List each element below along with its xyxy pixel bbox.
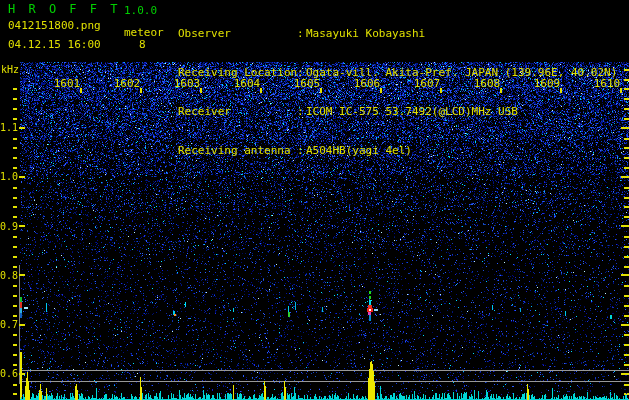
freq-tick-label: 0.6 <box>0 367 18 380</box>
time-tick-label: 1608 <box>472 77 502 90</box>
output-filename: 0412151800.png <box>8 19 101 32</box>
app-version: 1.0.0 <box>124 4 157 17</box>
info-label: Receiving antenna <box>178 144 297 157</box>
info-value: A504HB(yagi 4el) <box>306 144 412 157</box>
info-label: Receiver <box>178 105 297 118</box>
time-tick-label: 1607 <box>412 77 442 90</box>
freq-tick-label: 0.9 <box>0 220 18 233</box>
time-tick-label: 1602 <box>112 77 142 90</box>
hrofft-spectrogram-screen: H R O F F T 1.0.0 0412151800.png meteor … <box>0 0 629 400</box>
echo-count: 8 <box>139 38 146 51</box>
time-tick-label: 1609 <box>532 77 562 90</box>
freq-tick-label: 1.0 <box>0 170 18 183</box>
info-label: Observer <box>178 27 297 40</box>
info-colon: : <box>297 144 306 157</box>
freq-tick-label: 0.7 <box>0 318 18 331</box>
info-value: Masayuki Kobayashi <box>306 27 425 40</box>
info-row-observer: Observer:Masayuki Kobayashi <box>178 27 617 40</box>
observation-datetime: 04.12.15 16:00 <box>8 38 101 51</box>
app-title: H R O F F T <box>8 3 120 16</box>
time-tick-label: 1604 <box>232 77 262 90</box>
station-info: Observer:Masayuki Kobayashi Receiving Lo… <box>178 1 617 183</box>
info-colon: : <box>297 27 306 40</box>
info-row-antenna: Receiving antenna:A504HB(yagi 4el) <box>178 144 617 157</box>
time-tick-label: 1605 <box>292 77 322 90</box>
freq-tick-label: 1.1 <box>0 121 18 134</box>
info-value: ICOM IC-575 53.7492(@LCD)MHz USB <box>306 105 518 118</box>
freq-tick-label: 0.8 <box>0 269 18 282</box>
freq-axis-unit: kHz <box>1 63 21 76</box>
time-tick-label: 1606 <box>352 77 382 90</box>
time-tick-label: 1601 <box>52 77 82 90</box>
info-colon: : <box>297 105 306 118</box>
info-row-receiver: Receiver:ICOM IC-575 53.7492(@LCD)MHz US… <box>178 105 617 118</box>
time-tick-label: 1603 <box>172 77 202 90</box>
time-tick-label: 1610 <box>592 77 622 90</box>
